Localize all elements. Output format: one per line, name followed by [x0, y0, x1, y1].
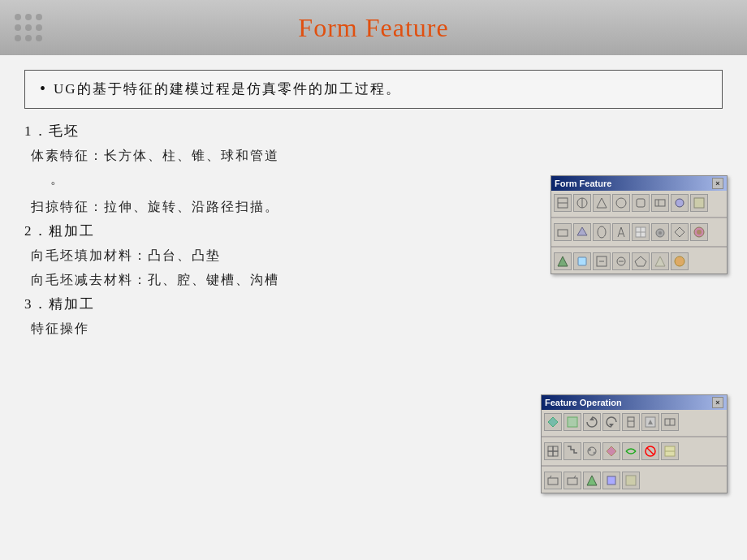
fo-separator-2 — [542, 465, 727, 467]
dot — [36, 24, 42, 31]
dot — [36, 35, 42, 41]
form-feature-icons-row1 — [551, 191, 727, 215]
svg-point-47 — [588, 448, 591, 451]
svg-rect-43 — [553, 446, 558, 451]
svg-point-19 — [658, 231, 662, 235]
fo-icon-11[interactable] — [602, 442, 620, 460]
ff-icon-16[interactable] — [690, 223, 708, 241]
ff-icon-12[interactable] — [612, 223, 630, 241]
ff-icon-2[interactable] — [573, 194, 591, 212]
svg-point-5 — [616, 198, 626, 208]
dot — [15, 24, 21, 31]
svg-marker-30 — [655, 256, 665, 266]
svg-point-31 — [675, 256, 684, 266]
ff-icon-13[interactable] — [632, 223, 650, 241]
svg-point-48 — [594, 452, 596, 454]
dot — [25, 14, 32, 20]
fo-icon-13[interactable] — [641, 442, 659, 460]
ff-icon-5[interactable] — [632, 194, 650, 212]
svg-line-51 — [647, 448, 654, 454]
ff-icon-1[interactable] — [554, 194, 572, 212]
ff-icon-15[interactable] — [671, 223, 689, 241]
feature-op-icons-row2 — [542, 439, 727, 463]
feature-op-icons-row1 — [542, 410, 727, 434]
ff-icon-11[interactable] — [593, 223, 611, 241]
fo-icon-12[interactable] — [622, 442, 640, 460]
fo-icon-15[interactable] — [544, 472, 562, 489]
dot — [15, 14, 21, 20]
svg-rect-24 — [578, 257, 586, 265]
form-feature-close-button[interactable]: × — [712, 178, 723, 189]
svg-marker-58 — [587, 476, 597, 485]
header-bar: Form Feature — [0, 0, 747, 55]
fo-icon-2[interactable] — [563, 413, 581, 431]
dot — [15, 35, 21, 41]
form-feature-icons-row3 — [551, 249, 727, 274]
svg-rect-44 — [548, 451, 553, 456]
svg-marker-49 — [607, 446, 616, 456]
svg-rect-56 — [568, 478, 577, 485]
main-content: • UG的基于特征的建模过程是仿真零件的加工过程。 1．毛坯 体素特征：长方体、… — [0, 55, 747, 560]
ff-icon-10[interactable] — [573, 223, 591, 241]
feature-op-titlebar: Feature Operation × — [542, 395, 727, 410]
fo-icon-7[interactable] — [661, 413, 679, 431]
svg-rect-11 — [558, 230, 568, 236]
svg-rect-45 — [553, 451, 558, 456]
fo-icon-14[interactable] — [661, 442, 679, 460]
ff-icon-19[interactable] — [593, 252, 611, 270]
fo-icon-3[interactable] — [583, 413, 601, 431]
svg-point-9 — [676, 199, 684, 207]
ff-icon-20[interactable] — [612, 252, 630, 270]
section-3-heading: 3．精加工 — [24, 295, 723, 313]
fo-icon-17[interactable] — [583, 472, 601, 489]
svg-rect-7 — [655, 200, 665, 206]
fo-icon-19[interactable] — [622, 472, 640, 489]
dot — [25, 35, 32, 41]
ff-icon-3[interactable] — [593, 194, 611, 212]
ff-icon-17[interactable] — [554, 252, 572, 270]
svg-marker-20 — [675, 227, 684, 237]
svg-marker-32 — [548, 417, 558, 427]
fo-icon-5[interactable] — [622, 413, 640, 431]
dot — [25, 24, 32, 31]
ff-icon-14[interactable] — [651, 223, 669, 241]
fo-icon-18[interactable] — [602, 472, 620, 489]
slide: Form Feature • UG的基于特征的建模过程是仿真零件的加工过程。 1… — [0, 0, 747, 560]
fo-icon-4[interactable] — [602, 413, 620, 431]
fo-icon-10[interactable] — [583, 442, 601, 460]
fo-icon-9[interactable] — [563, 442, 581, 460]
dot — [36, 14, 42, 20]
form-feature-titlebar: Form Feature × — [551, 176, 727, 191]
ff-icon-23[interactable] — [671, 252, 689, 270]
highlight-box: • UG的基于特征的建模过程是仿真零件的加工过程。 — [24, 70, 723, 109]
svg-rect-10 — [694, 198, 704, 208]
svg-rect-33 — [568, 417, 577, 427]
fo-icon-1[interactable] — [544, 413, 562, 431]
ff-icon-9[interactable] — [554, 223, 572, 241]
bullet-icon: • — [40, 80, 45, 98]
ff-separator-1 — [551, 217, 727, 218]
ff-icon-8[interactable] — [690, 194, 708, 212]
feature-operation-toolbar: Feature Operation × — [541, 394, 728, 493]
ff-icon-7[interactable] — [671, 194, 689, 212]
svg-marker-4 — [597, 198, 607, 208]
section-1-heading: 1．毛坯 — [24, 122, 723, 140]
svg-rect-59 — [607, 476, 615, 485]
ff-icon-22[interactable] — [651, 252, 669, 270]
fo-separator-1 — [542, 436, 727, 437]
ff-separator-2 — [551, 246, 727, 248]
fo-icon-6[interactable] — [641, 413, 659, 431]
svg-marker-12 — [577, 227, 587, 235]
highlight-text: UG的基于特征的建模过程是仿真零件的加工过程。 — [54, 79, 401, 100]
fo-icon-8[interactable] — [544, 442, 562, 460]
feature-op-close-button[interactable]: × — [712, 397, 723, 408]
fo-icon-16[interactable] — [563, 472, 581, 489]
header-dots — [15, 14, 42, 41]
ff-icon-18[interactable] — [573, 252, 591, 270]
ff-icon-6[interactable] — [651, 194, 669, 212]
ff-icon-21[interactable] — [632, 252, 650, 270]
sub-item-1-1: 体素特征：长方体、柱、锥、球和管道 — [24, 145, 723, 166]
svg-rect-42 — [548, 446, 553, 451]
feature-op-title: Feature Operation — [545, 398, 622, 407]
ff-icon-4[interactable] — [612, 194, 630, 212]
